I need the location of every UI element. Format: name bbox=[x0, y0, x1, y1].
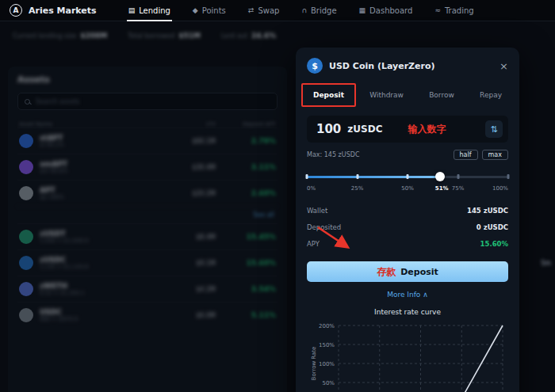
amount-input[interactable]: 100 zUSDC 输入数字 ⇅ bbox=[307, 116, 508, 143]
swap-icon: ⇄ bbox=[248, 6, 255, 14]
deposit-modal: $ USD Coin (LayerZero) × Deposit Withdra… bbox=[296, 48, 519, 392]
nav-label: Swap bbox=[258, 6, 279, 15]
chart-title: Interest rate curve bbox=[307, 308, 508, 316]
slider-tick-label: 100% bbox=[492, 185, 508, 192]
nav-label: Dashboard bbox=[369, 6, 412, 15]
svg-text:100%: 100% bbox=[319, 361, 335, 367]
max-button[interactable]: max bbox=[482, 150, 508, 160]
max-balance-label: Max: 145 zUSDC bbox=[307, 151, 359, 158]
detail-value: 145 zUSDC bbox=[467, 207, 508, 215]
more-info-link[interactable]: More Info ∧ bbox=[307, 291, 508, 299]
annotation-enter-number: 输入数字 bbox=[408, 123, 479, 136]
nav-label: Bridge bbox=[311, 6, 337, 15]
nav-label: Lending bbox=[139, 6, 170, 15]
deposit-button[interactable]: 存款 Deposit bbox=[307, 261, 508, 282]
detail-value: 15.60% bbox=[480, 240, 508, 248]
position-details: Wallet 145 zUSDC Deposited 0 zUSDC APY 1… bbox=[307, 202, 508, 252]
slider-tick[interactable] bbox=[356, 174, 358, 179]
aries-logo[interactable]: A bbox=[10, 4, 22, 17]
detail-value: 0 zUSDC bbox=[477, 223, 508, 231]
nav-item-trading[interactable]: ≈ Trading bbox=[427, 0, 481, 21]
close-icon[interactable]: × bbox=[500, 60, 508, 72]
svg-text:150%: 150% bbox=[319, 342, 335, 348]
slider-handle[interactable] bbox=[435, 172, 445, 181]
detail-label: Wallet bbox=[307, 207, 327, 215]
modal-header: $ USD Coin (LayerZero) × bbox=[307, 58, 508, 74]
chevron-up-icon: ∧ bbox=[423, 291, 428, 299]
slider-tick-label: 50% bbox=[401, 185, 414, 192]
amount-unit: zUSDC bbox=[347, 124, 382, 135]
detail-label: Deposited bbox=[307, 223, 341, 231]
tab-withdraw[interactable]: Withdraw bbox=[366, 86, 407, 105]
more-info-label: More Info bbox=[387, 291, 420, 299]
bridge-icon: ∩ bbox=[301, 6, 307, 14]
slider-tick-label: 0% bbox=[307, 185, 316, 192]
max-row: Max: 145 zUSDC half max bbox=[307, 150, 508, 160]
detail-label: APY bbox=[307, 240, 320, 248]
points-icon: ◆ bbox=[193, 6, 198, 14]
deposit-button-label: Deposit bbox=[400, 267, 438, 277]
svg-text:Borrow Rate: Borrow Rate bbox=[311, 347, 317, 381]
lending-icon: ▤ bbox=[128, 6, 136, 14]
slider-fill bbox=[307, 176, 440, 178]
trading-icon: ≈ bbox=[434, 6, 441, 14]
top-navbar: A Aries Markets ▤ Lending ◆ Points ⇄ Swa… bbox=[0, 0, 555, 21]
dashboard-icon: ▦ bbox=[359, 6, 366, 14]
slider-tick-label: 25% bbox=[351, 185, 364, 192]
slider-tick[interactable] bbox=[407, 174, 409, 179]
svg-text:50%: 50% bbox=[322, 380, 335, 386]
tab-borrow[interactable]: Borrow bbox=[426, 86, 457, 105]
nav-item-bridge[interactable]: ∩ Bridge bbox=[293, 0, 344, 21]
app-window: A Aries Markets ▤ Lending ◆ Points ⇄ Swa… bbox=[0, 0, 555, 392]
detail-row-apy: APY 15.60% bbox=[307, 235, 508, 252]
tab-repay[interactable]: Repay bbox=[477, 86, 505, 105]
slider-tick[interactable] bbox=[457, 174, 459, 179]
detail-row-deposited: Deposited 0 zUSDC bbox=[307, 219, 508, 235]
nav-item-lending[interactable]: ▤ Lending bbox=[121, 0, 178, 21]
logo-letter: A bbox=[13, 6, 19, 14]
amount-slider bbox=[307, 172, 508, 181]
annotation-deposit-chinese: 存款 bbox=[377, 265, 396, 279]
tab-label: Borrow bbox=[429, 91, 454, 99]
currency-toggle-icon[interactable]: ⇅ bbox=[485, 120, 503, 138]
amount-value: 100 bbox=[316, 122, 341, 136]
slider-tick-label: 75% bbox=[452, 185, 465, 192]
detail-row-wallet: Wallet 145 zUSDC bbox=[307, 202, 508, 219]
half-button[interactable]: half bbox=[454, 150, 478, 160]
usdc-coin-icon: $ bbox=[307, 58, 323, 74]
nav-item-swap[interactable]: ⇄ Swap bbox=[240, 0, 288, 21]
tab-label: Withdraw bbox=[369, 91, 404, 99]
nav-item-dashboard[interactable]: ▦ Dashboard bbox=[351, 0, 421, 21]
slider-labels: 0% 25% 50% 75% 100% 51% bbox=[307, 185, 508, 193]
interest-rate-chart: 0%50%100%150%200%0%25%50%75%100%Borrow R… bbox=[307, 318, 508, 392]
svg-text:200%: 200% bbox=[319, 323, 335, 329]
coin-symbol: $ bbox=[312, 61, 318, 71]
tab-label: Repay bbox=[480, 91, 502, 99]
brand-name: Aries Markets bbox=[29, 6, 97, 16]
modal-tabs: Deposit Withdraw Borrow Repay bbox=[310, 86, 505, 105]
tab-label: Deposit bbox=[313, 91, 344, 99]
modal-title: USD Coin (LayerZero) bbox=[329, 61, 493, 71]
tab-deposit[interactable]: Deposit bbox=[310, 86, 347, 105]
slider-tick[interactable] bbox=[306, 174, 308, 179]
background-edge-text: Sm bbox=[541, 260, 551, 267]
nav-item-points[interactable]: ◆ Points bbox=[185, 0, 234, 21]
nav-label: Points bbox=[202, 6, 226, 15]
nav-label: Trading bbox=[445, 6, 474, 15]
slider-tick[interactable] bbox=[507, 174, 510, 179]
slider-value-label: 51% bbox=[434, 185, 450, 192]
